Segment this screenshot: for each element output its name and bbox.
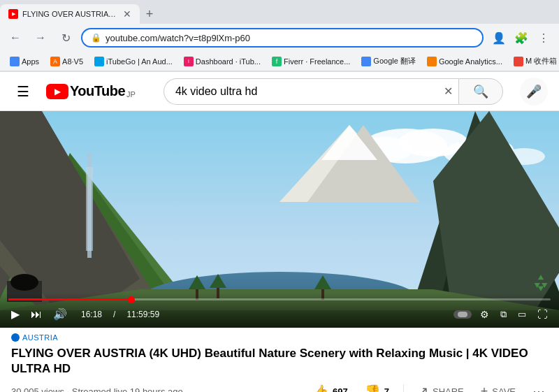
tab-favicon: [8, 9, 18, 19]
like-count: 697: [333, 386, 348, 392]
video-controls: ▶ ⏭ 🔊 16:18 / 11:59:59 ⚙ ⧉ ▭: [0, 293, 559, 328]
search-submit-button[interactable]: 🔍: [458, 78, 503, 105]
menu-icon[interactable]: ☰: [11, 78, 35, 106]
profile-button[interactable]: 👤: [489, 28, 509, 48]
bookmark-itubego[interactable]: iTubeGo | An Aud...: [90, 55, 177, 68]
autoplay-toggle[interactable]: [453, 310, 472, 319]
controls-row: ▶ ⏭ 🔊 16:18 / 11:59:59 ⚙ ⧉ ▭: [8, 306, 551, 322]
save-label: SAVE: [492, 386, 516, 392]
svg-rect-18: [86, 167, 93, 251]
video-title: FLYING OVER AUSTRIA (4K UHD) Beautiful N…: [11, 346, 548, 377]
bookmark-a8[interactable]: A A8·V5: [46, 55, 87, 68]
time-separator: /: [113, 310, 115, 319]
tab-close-button[interactable]: ✕: [123, 8, 131, 20]
time-total: 11:59:59: [126, 310, 159, 319]
address-bar[interactable]: 🔒 youtube.com/watch?v=t8p9lXm-p60: [81, 28, 484, 48]
browser-actions: 👤 🧩 ⋮: [489, 28, 553, 48]
gmail-bookmark-icon: [514, 57, 523, 66]
youtube-logo[interactable]: YouTube JP: [46, 83, 136, 99]
more-icon: ⋯: [532, 384, 545, 392]
forward-button[interactable]: →: [31, 28, 50, 48]
analytics-bookmark-icon: [427, 57, 437, 66]
toggle-track: [458, 312, 467, 317]
bookmark-label: Dashboard · iTub...: [196, 57, 261, 66]
dislike-button[interactable]: 👎 7: [362, 381, 392, 392]
right-controls: ⚙ ⧉ ▭ ⛶: [453, 307, 551, 321]
settings-button[interactable]: ⚙: [477, 307, 492, 321]
bookmark-label: iTubeGo | An Aud...: [106, 57, 173, 66]
youtube-logo-text: YouTube: [70, 83, 125, 99]
recycling-icon: [531, 273, 551, 293]
bookmarks-bar: Apps A A8·V5 iTubeGo | An Aud... i Dashb…: [0, 52, 559, 71]
save-button[interactable]: + SAVE: [478, 382, 518, 392]
itubego-bookmark-icon: [94, 57, 104, 66]
search-clear-button[interactable]: ✕: [438, 78, 458, 105]
bookmark-label: Apps: [22, 57, 39, 66]
bookmark-translate[interactable]: Google 翻译: [357, 55, 420, 68]
volume-button[interactable]: 🔊: [50, 306, 70, 322]
svg-point-36: [10, 274, 38, 291]
share-button[interactable]: ↗ SHARE: [415, 381, 467, 392]
austria-dot-icon: [11, 333, 20, 342]
bookmark-fiverr[interactable]: f Fiverr · Freelance...: [268, 55, 354, 68]
save-icon: +: [481, 384, 488, 392]
apps-bookmark-icon: [10, 57, 20, 66]
next-button[interactable]: ⏭: [28, 307, 45, 322]
bookmark-label: Fiverr · Freelance...: [284, 57, 350, 66]
progress-bar-fill: [8, 298, 131, 300]
thumbs-down-icon: 👎: [365, 384, 380, 392]
tab-bar: FLYING OVER AUSTRIA (4K U... ✕ +: [0, 0, 559, 24]
share-label: SHARE: [433, 386, 464, 392]
lock-icon: 🔒: [91, 33, 101, 43]
back-button[interactable]: ←: [6, 28, 25, 48]
bookmark-gmail[interactable]: M 收件箱 (620) · che...: [509, 55, 559, 68]
dislike-count: 7: [384, 386, 389, 392]
bookmark-label: Google Analytics...: [439, 57, 502, 66]
share-icon: ↗: [418, 384, 428, 392]
search-input[interactable]: [164, 78, 438, 105]
miniplayer-button[interactable]: ⧉: [498, 307, 509, 321]
main-content: ▶ ⏭ 🔊 16:18 / 11:59:59 ⚙ ⧉ ▭: [0, 111, 559, 392]
bookmark-dashboard[interactable]: i Dashboard · iTub...: [180, 55, 265, 68]
action-divider: [403, 384, 404, 392]
youtube-logo-suffix: JP: [126, 90, 136, 99]
bookmark-analytics[interactable]: Google Analytics...: [423, 55, 507, 68]
active-tab[interactable]: FLYING OVER AUSTRIA (4K U... ✕: [0, 4, 140, 24]
video-player[interactable]: ▶ ⏭ 🔊 16:18 / 11:59:59 ⚙ ⧉ ▭: [0, 111, 559, 328]
austria-label: AUSTRIA: [22, 333, 58, 342]
bookmark-label: A8·V5: [62, 57, 83, 66]
search-bar: ✕ 🔍: [164, 78, 503, 105]
bookmark-label: M 收件箱 (620) · che...: [525, 56, 559, 66]
extensions-button[interactable]: 🧩: [511, 28, 531, 48]
video-info: FLYING OVER AUSTRIA (4K UHD) Beautiful N…: [0, 343, 559, 392]
browser-chrome: FLYING OVER AUSTRIA (4K U... ✕ + ← → ↻ 🔒…: [0, 0, 559, 72]
play-pause-button[interactable]: ▶: [8, 306, 22, 322]
more-actions-button[interactable]: ⋯: [530, 381, 548, 392]
progress-bar[interactable]: [8, 298, 551, 300]
bookmark-label: Google 翻译: [373, 56, 416, 66]
youtube-page: ☰ YouTube JP ✕ 🔍 🎤: [0, 72, 559, 392]
fullscreen-button[interactable]: ⛶: [535, 307, 551, 321]
dashboard-bookmark-icon: i: [184, 57, 194, 66]
translate-bookmark-icon: [361, 57, 371, 66]
video-stats: 30,005 views · Streamed live 19 hours ag…: [11, 386, 183, 392]
youtube-logo-icon: [46, 84, 68, 99]
bookmark-apps[interactable]: Apps: [6, 55, 43, 68]
new-tab-button[interactable]: +: [140, 4, 159, 24]
more-button[interactable]: ⋮: [534, 28, 553, 48]
thumbs-up-icon: 👍: [313, 384, 328, 392]
address-text: youtube.com/watch?v=t8p9lXm-p60: [106, 33, 474, 43]
a8-bookmark-icon: A: [50, 57, 60, 66]
like-button[interactable]: 👍 697: [310, 381, 351, 392]
youtube-header: ☰ YouTube JP ✕ 🔍 🎤: [0, 72, 559, 111]
refresh-button[interactable]: ↻: [56, 28, 75, 48]
austria-badge: AUSTRIA: [0, 328, 559, 343]
time-display: 16:18: [81, 310, 102, 319]
tab-title: FLYING OVER AUSTRIA (4K U...: [22, 10, 116, 18]
fiverr-bookmark-icon: f: [272, 57, 282, 66]
address-bar-row: ← → ↻ 🔒 youtube.com/watch?v=t8p9lXm-p60 …: [0, 24, 559, 52]
video-actions: 👍 697 👎 7 ↗ SHARE + SAVE: [310, 381, 548, 392]
theater-button[interactable]: ▭: [515, 307, 529, 321]
video-meta-row: 30,005 views · Streamed live 19 hours ag…: [11, 381, 548, 392]
voice-search-button[interactable]: 🎤: [520, 78, 548, 106]
